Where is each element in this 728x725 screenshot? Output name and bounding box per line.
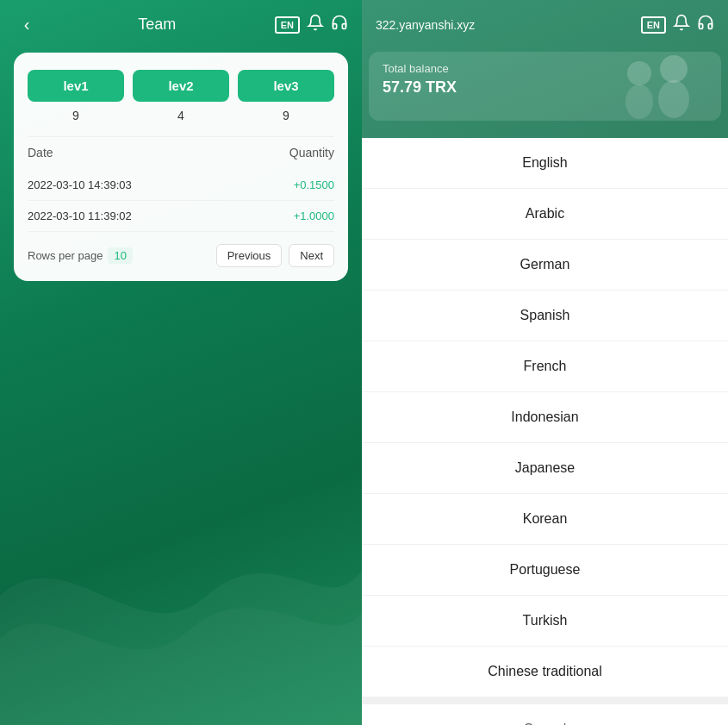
- rows-label: Rows per page: [28, 249, 103, 262]
- right-header: 322.yanyanshi.xyz EN: [362, 0, 728, 46]
- page-buttons: Previous Next: [216, 244, 334, 267]
- lang-english[interactable]: English: [362, 138, 728, 189]
- headset-icon-left[interactable]: [331, 14, 348, 35]
- lang-badge-right[interactable]: EN: [641, 16, 666, 34]
- row2-qty: +1.0000: [294, 209, 334, 222]
- right-url: 322.yanyanshi.xyz: [376, 18, 475, 32]
- left-header-title: Team: [138, 16, 176, 34]
- table-row: 2022-03-10 14:39:03 +0.1500: [28, 170, 334, 201]
- lang-french[interactable]: French: [362, 341, 728, 392]
- next-button[interactable]: Next: [289, 244, 334, 267]
- rows-per-page: Rows per page 10: [28, 247, 133, 264]
- right-panel: 322.yanyanshi.xyz EN Total balance 57.79…: [362, 0, 728, 725]
- lang-german[interactable]: German: [362, 240, 728, 291]
- main-card: lev1 lev2 lev3 9 4 9 Date Quantity 2022-…: [14, 53, 348, 281]
- row2-date: 2022-03-10 11:39:02: [28, 209, 132, 222]
- lang-korean[interactable]: Korean: [362, 494, 728, 545]
- lev2-count: 4: [133, 109, 229, 122]
- left-header-icons: EN: [275, 14, 348, 35]
- lev2-button[interactable]: lev2: [133, 70, 229, 102]
- previous-button[interactable]: Previous: [216, 244, 283, 267]
- lang-badge-left[interactable]: EN: [275, 16, 300, 34]
- table-header: Date Quantity: [28, 146, 334, 159]
- left-panel: ‹ Team EN lev1 lev2 le: [0, 0, 362, 725]
- headset-icon-right[interactable]: [697, 14, 714, 35]
- table-row: 2022-03-10 11:39:02 +1.0000: [28, 201, 334, 232]
- balance-card: Total balance 57.79 TRX: [369, 52, 721, 121]
- lev1-count: 9: [28, 109, 124, 122]
- svg-point-0: [660, 55, 688, 83]
- back-button[interactable]: ‹: [14, 15, 40, 34]
- lev3-count: 9: [238, 109, 334, 122]
- lang-portuguese[interactable]: Portuguese: [362, 545, 728, 596]
- left-header: ‹ Team EN: [0, 0, 362, 46]
- bell-icon-left[interactable]: [307, 14, 324, 35]
- rows-value: 10: [108, 247, 132, 264]
- lev1-button[interactable]: lev1: [28, 70, 124, 102]
- cancel-button[interactable]: Cancel: [362, 697, 728, 725]
- level-buttons: lev1 lev2 lev3: [28, 70, 334, 102]
- svg-point-3: [625, 84, 653, 119]
- svg-point-1: [658, 80, 689, 118]
- bell-icon-right[interactable]: [673, 14, 690, 35]
- table-section: Date Quantity 2022-03-10 14:39:03 +0.150…: [28, 136, 334, 232]
- language-dropdown: English Arabic German Spanish French Ind…: [362, 138, 728, 725]
- level-counts: 9 4 9: [28, 109, 334, 122]
- lev3-button[interactable]: lev3: [238, 70, 334, 102]
- character-image: [600, 52, 712, 121]
- lang-turkish[interactable]: Turkish: [362, 596, 728, 647]
- lang-indonesian[interactable]: Indonesian: [362, 392, 728, 443]
- lang-arabic[interactable]: Arabic: [362, 189, 728, 240]
- row1-date: 2022-03-10 14:39:03: [28, 178, 132, 191]
- right-header-icons: EN: [641, 14, 714, 35]
- pagination: Rows per page 10 Previous Next: [28, 244, 334, 267]
- row1-qty: +0.1500: [294, 178, 334, 191]
- col-qty: Quantity: [289, 146, 334, 159]
- lang-spanish[interactable]: Spanish: [362, 291, 728, 341]
- lang-chinese-trad[interactable]: Chinese traditional: [362, 647, 728, 697]
- col-date: Date: [28, 146, 53, 159]
- lang-japanese[interactable]: Japanese: [362, 443, 728, 494]
- svg-point-2: [627, 61, 651, 85]
